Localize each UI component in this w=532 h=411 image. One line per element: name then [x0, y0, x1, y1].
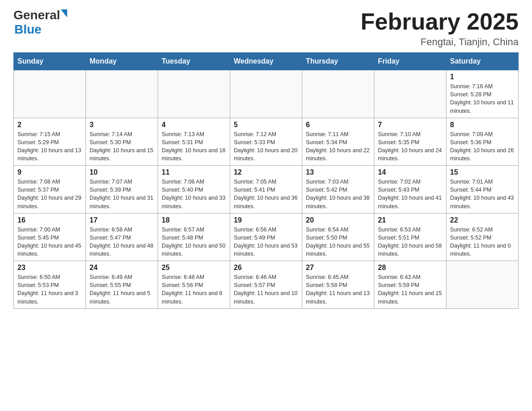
day-info: Sunrise: 7:08 AMSunset: 5:37 PMDaylight:… [17, 178, 82, 210]
day-number: 26 [234, 264, 298, 272]
day-number: 15 [450, 168, 515, 176]
day-info: Sunrise: 7:05 AMSunset: 5:41 PMDaylight:… [234, 178, 298, 210]
day-number: 25 [162, 264, 226, 272]
table-row: 28Sunrise: 6:43 AMSunset: 5:59 PMDayligh… [374, 261, 446, 309]
table-row: 7Sunrise: 7:10 AMSunset: 5:35 PMDaylight… [374, 118, 446, 166]
day-number: 2 [17, 121, 82, 129]
col-wednesday: Wednesday [230, 53, 302, 70]
table-row: 1Sunrise: 7:16 AMSunset: 5:28 PMDaylight… [446, 70, 519, 118]
day-info: Sunrise: 7:14 AMSunset: 5:30 PMDaylight:… [90, 130, 154, 163]
day-number: 6 [306, 121, 370, 129]
day-number: 16 [17, 216, 82, 224]
day-info: Sunrise: 7:11 AMSunset: 5:34 PMDaylight:… [306, 130, 370, 163]
table-row [374, 70, 446, 118]
table-row: 12Sunrise: 7:05 AMSunset: 5:41 PMDayligh… [230, 166, 302, 214]
day-info: Sunrise: 6:50 AMSunset: 5:53 PMDaylight:… [17, 273, 82, 306]
table-row: 17Sunrise: 6:58 AMSunset: 5:47 PMDayligh… [86, 213, 158, 261]
table-row: 16Sunrise: 7:00 AMSunset: 5:45 PMDayligh… [14, 213, 86, 261]
table-row: 20Sunrise: 6:54 AMSunset: 5:50 PMDayligh… [302, 213, 374, 261]
table-row [302, 70, 374, 118]
table-row: 9Sunrise: 7:08 AMSunset: 5:37 PMDaylight… [14, 166, 86, 214]
day-info: Sunrise: 6:58 AMSunset: 5:47 PMDaylight:… [90, 226, 154, 258]
day-number: 7 [378, 121, 442, 129]
table-row: 14Sunrise: 7:02 AMSunset: 5:43 PMDayligh… [374, 166, 446, 214]
col-tuesday: Tuesday [158, 53, 230, 70]
table-row [86, 70, 158, 118]
calendar-table: Sunday Monday Tuesday Wednesday Thursday… [13, 52, 519, 309]
logo-arrow-icon [61, 9, 67, 17]
table-row [446, 261, 519, 309]
day-number: 27 [306, 264, 370, 272]
table-row: 15Sunrise: 7:01 AMSunset: 5:44 PMDayligh… [446, 166, 519, 214]
day-number: 3 [90, 121, 154, 129]
day-info: Sunrise: 6:54 AMSunset: 5:50 PMDaylight:… [306, 226, 370, 258]
calendar-week-row: 23Sunrise: 6:50 AMSunset: 5:53 PMDayligh… [14, 261, 519, 309]
day-number: 19 [234, 216, 298, 224]
table-row: 27Sunrise: 6:45 AMSunset: 5:58 PMDayligh… [302, 261, 374, 309]
day-info: Sunrise: 7:01 AMSunset: 5:44 PMDaylight:… [450, 178, 515, 210]
day-number: 13 [306, 168, 370, 176]
day-number: 11 [162, 168, 226, 176]
calendar-week-row: 1Sunrise: 7:16 AMSunset: 5:28 PMDaylight… [14, 70, 519, 118]
day-info: Sunrise: 7:10 AMSunset: 5:35 PMDaylight:… [378, 130, 442, 163]
day-info: Sunrise: 6:45 AMSunset: 5:58 PMDaylight:… [306, 273, 370, 306]
col-monday: Monday [86, 53, 158, 70]
col-saturday: Saturday [446, 53, 519, 70]
logo: General Blue [13, 9, 67, 37]
table-row: 24Sunrise: 6:49 AMSunset: 5:55 PMDayligh… [86, 261, 158, 309]
day-info: Sunrise: 7:02 AMSunset: 5:43 PMDaylight:… [378, 178, 442, 210]
day-info: Sunrise: 7:00 AMSunset: 5:45 PMDaylight:… [17, 226, 82, 258]
day-info: Sunrise: 6:48 AMSunset: 5:56 PMDaylight:… [162, 273, 226, 306]
table-row: 6Sunrise: 7:11 AMSunset: 5:34 PMDaylight… [302, 118, 374, 166]
title-block: February 2025 Fengtai, Tianjin, China [360, 9, 519, 48]
day-info: Sunrise: 7:13 AMSunset: 5:31 PMDaylight:… [162, 130, 226, 163]
table-row [230, 70, 302, 118]
day-number: 17 [90, 216, 154, 224]
day-number: 4 [162, 121, 226, 129]
table-row: 25Sunrise: 6:48 AMSunset: 5:56 PMDayligh… [158, 261, 230, 309]
day-number: 5 [234, 121, 298, 129]
day-number: 12 [234, 168, 298, 176]
table-row: 26Sunrise: 6:46 AMSunset: 5:57 PMDayligh… [230, 261, 302, 309]
table-row: 18Sunrise: 6:57 AMSunset: 5:48 PMDayligh… [158, 213, 230, 261]
day-number: 18 [162, 216, 226, 224]
day-number: 21 [378, 216, 442, 224]
day-info: Sunrise: 7:16 AMSunset: 5:28 PMDaylight:… [450, 82, 515, 115]
table-row: 23Sunrise: 6:50 AMSunset: 5:53 PMDayligh… [14, 261, 86, 309]
col-friday: Friday [374, 53, 446, 70]
day-info: Sunrise: 6:49 AMSunset: 5:55 PMDaylight:… [90, 273, 154, 306]
month-title: February 2025 [360, 9, 519, 34]
day-number: 8 [450, 121, 515, 129]
col-thursday: Thursday [302, 53, 374, 70]
calendar-header-row: Sunday Monday Tuesday Wednesday Thursday… [14, 53, 519, 70]
location: Fengtai, Tianjin, China [360, 36, 519, 48]
day-number: 23 [17, 264, 82, 272]
day-info: Sunrise: 7:12 AMSunset: 5:33 PMDaylight:… [234, 130, 298, 163]
day-number: 28 [378, 264, 442, 272]
table-row: 2Sunrise: 7:15 AMSunset: 5:29 PMDaylight… [14, 118, 86, 166]
logo-blue: Blue [14, 22, 42, 37]
day-number: 1 [450, 73, 515, 81]
table-row: 21Sunrise: 6:53 AMSunset: 5:51 PMDayligh… [374, 213, 446, 261]
day-number: 24 [90, 264, 154, 272]
day-info: Sunrise: 6:53 AMSunset: 5:51 PMDaylight:… [378, 226, 442, 258]
day-info: Sunrise: 7:06 AMSunset: 5:40 PMDaylight:… [162, 178, 226, 210]
day-info: Sunrise: 7:03 AMSunset: 5:42 PMDaylight:… [306, 178, 370, 210]
table-row: 19Sunrise: 6:56 AMSunset: 5:49 PMDayligh… [230, 213, 302, 261]
day-number: 22 [450, 216, 515, 224]
day-number: 20 [306, 216, 370, 224]
table-row: 11Sunrise: 7:06 AMSunset: 5:40 PMDayligh… [158, 166, 230, 214]
day-info: Sunrise: 6:52 AMSunset: 5:52 PMDaylight:… [450, 226, 515, 258]
page-header: General Blue February 2025 Fengtai, Tian… [13, 9, 519, 48]
day-info: Sunrise: 6:57 AMSunset: 5:48 PMDaylight:… [162, 226, 226, 258]
day-info: Sunrise: 7:07 AMSunset: 5:39 PMDaylight:… [90, 178, 154, 210]
day-number: 14 [378, 168, 442, 176]
table-row: 22Sunrise: 6:52 AMSunset: 5:52 PMDayligh… [446, 213, 519, 261]
day-number: 10 [90, 168, 154, 176]
table-row: 13Sunrise: 7:03 AMSunset: 5:42 PMDayligh… [302, 166, 374, 214]
table-row [158, 70, 230, 118]
day-number: 9 [17, 168, 82, 176]
table-row: 5Sunrise: 7:12 AMSunset: 5:33 PMDaylight… [230, 118, 302, 166]
day-info: Sunrise: 6:56 AMSunset: 5:49 PMDaylight:… [234, 226, 298, 258]
calendar-week-row: 16Sunrise: 7:00 AMSunset: 5:45 PMDayligh… [14, 213, 519, 261]
